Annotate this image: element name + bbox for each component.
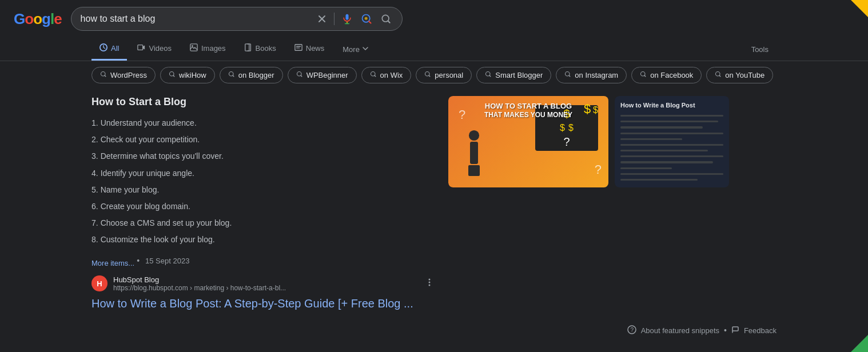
flag-icon [731, 326, 739, 335]
chip-on-youtube[interactable]: on YouTube [706, 67, 773, 83]
source-row: H HubSpot Blog https://blog.hubspot.com … [91, 275, 435, 292]
chip-search-icon-6 [485, 71, 492, 79]
image-placeholder-1: $ $ $ ? $ $ ? ? HOW TO START A BLOG [448, 96, 608, 187]
svg-rect-25 [732, 327, 738, 331]
tab-videos[interactable]: Videos [129, 38, 180, 61]
tab-images[interactable]: Images [182, 38, 234, 61]
chip-on-instagram[interactable]: on Instagram [556, 67, 627, 83]
source-info: HubSpot Blog https://blog.hubspot.com › … [113, 275, 419, 292]
chip-search-icon-8 [640, 71, 647, 79]
chip-search-icon-0 [100, 71, 107, 79]
image2-title: How to Write a Blog Post [620, 102, 723, 109]
chip-search-icon-3 [296, 71, 303, 79]
google-logo: Google [14, 10, 62, 28]
source-name: HubSpot Blog [113, 275, 419, 284]
footer-row: ? About featured snippets • Feedback [0, 321, 868, 341]
svg-rect-8 [245, 44, 249, 51]
question-icon: ? [627, 325, 636, 336]
svg-text:?: ? [630, 327, 634, 333]
chip-smart-blogger[interactable]: Smart Blogger [476, 67, 551, 83]
image-card-2[interactable]: How to Write a Blog Post [615, 96, 777, 187]
nav-tabs: All Videos Images Books News More Tools [0, 38, 868, 61]
snippet-date: 15 Sept 2023 [145, 257, 189, 265]
featured-snippet: How to Start a Blog 1.Understand your au… [91, 96, 435, 311]
svg-point-22 [429, 284, 431, 286]
main-content: How to Start a Blog 1.Understand your au… [0, 89, 868, 311]
feedback-link[interactable]: Feedback [744, 326, 777, 335]
footer-dot: • [724, 326, 727, 335]
chip-wpbeginner[interactable]: WPBeginner [288, 67, 357, 83]
videos-icon [137, 43, 145, 53]
tab-all[interactable]: All [91, 38, 127, 61]
chip-on-facebook[interactable]: on Facebook [631, 67, 702, 83]
chip-on-wix[interactable]: on Wix [361, 67, 412, 83]
list-item: 8.Customize the look of your blog. [91, 231, 435, 248]
chip-personal[interactable]: personal [416, 67, 472, 83]
list-item: 7.Choose a CMS and set up your blog. [91, 215, 435, 231]
microphone-button[interactable] [340, 12, 354, 26]
list-item: 5.Name your blog. [91, 182, 435, 198]
chip-search-icon-1 [169, 71, 176, 79]
svg-rect-0 [345, 14, 348, 20]
tab-news[interactable]: News [286, 38, 333, 61]
images-panel: $ $ $ ? $ $ ? ? HOW TO START A BLOG [448, 96, 777, 311]
list-item: 2.Check out your competition. [91, 131, 435, 148]
snippet-list: 1.Understand your audience. 2.Check out … [91, 115, 435, 249]
result-link[interactable]: How to Write a Blog Post: A Step-by-Step… [91, 295, 435, 311]
search-button[interactable] [379, 12, 393, 26]
chip-search-icon-4 [370, 71, 377, 79]
search-divider [334, 13, 335, 25]
image1-subtitle: THAT MAKES YOU MONEY [456, 111, 600, 119]
chevron-down-icon [362, 45, 369, 54]
images-icon [190, 43, 198, 53]
tab-more[interactable]: More [335, 39, 377, 59]
image-placeholder-2: How to Write a Blog Post [615, 96, 729, 187]
news-icon [294, 43, 302, 53]
header: Google how to start a blog [0, 0, 868, 38]
search-bar: how to start a blog [71, 7, 403, 31]
image1-title: HOW TO START A BLOG [456, 102, 600, 111]
all-icon [99, 43, 107, 53]
chip-wordpress[interactable]: WordPress [91, 67, 156, 83]
refinement-chips: WordPress wikiHow on Blogger WPBeginner … [0, 61, 868, 89]
svg-rect-9 [295, 45, 302, 51]
svg-point-3 [382, 15, 389, 22]
source-url: https://blog.hubspot.com › marketing › h… [113, 284, 419, 292]
about-snippets-link[interactable]: About featured snippets [641, 326, 719, 335]
search-icons [316, 12, 393, 26]
lens-button[interactable] [360, 12, 373, 26]
list-item: 3.Determine what topics you'll cover. [91, 148, 435, 165]
list-item: 4.Identify your unique angle. [91, 165, 435, 182]
svg-point-20 [429, 278, 431, 280]
chip-search-icon-2 [228, 71, 235, 79]
list-item: 1.Understand your audience. [91, 115, 435, 131]
svg-point-2 [364, 17, 367, 20]
tools-button[interactable]: Tools [743, 39, 777, 59]
clear-button[interactable] [316, 13, 328, 25]
tab-books[interactable]: Books [236, 38, 284, 61]
chip-search-icon-7 [564, 71, 571, 79]
more-items-link[interactable]: More items... [91, 259, 134, 267]
chip-search-icon-9 [715, 71, 722, 79]
source-menu-button[interactable] [424, 277, 435, 290]
books-icon [244, 43, 252, 53]
chip-on-blogger[interactable]: on Blogger [220, 67, 283, 83]
image-card-1[interactable]: $ $ $ ? $ $ ? ? HOW TO START A BLOG [448, 96, 610, 187]
svg-rect-5 [138, 45, 143, 50]
list-item: 6.Create your blog domain. [91, 198, 435, 215]
source-favicon: H [91, 275, 107, 291]
chip-search-icon-5 [424, 71, 431, 79]
chip-wikihow[interactable]: wikiHow [160, 67, 215, 83]
search-input[interactable]: how to start a blog [81, 14, 310, 24]
svg-point-21 [429, 281, 431, 283]
snippet-title: How to Start a Blog [91, 96, 435, 108]
